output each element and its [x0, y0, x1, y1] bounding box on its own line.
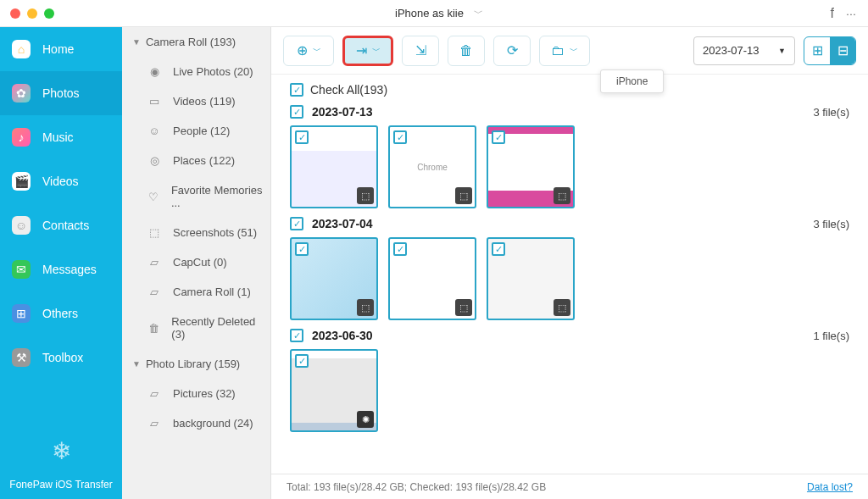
facebook-icon[interactable]: f: [831, 6, 834, 21]
nav-label: Others: [42, 307, 78, 320]
app-logo-icon: ❄: [0, 437, 122, 465]
thumb-checkbox[interactable]: ✓: [393, 130, 407, 144]
album-label: CapCut (0): [173, 256, 227, 269]
album-live-photos[interactable]: ◉Live Photos (20): [122, 57, 270, 86]
window-controls: [0, 8, 54, 19]
album-label: People (12): [173, 125, 230, 137]
album-group-camera-roll[interactable]: ▼Camera Roll (193): [122, 27, 270, 57]
album-people[interactable]: ☺People (12): [122, 116, 270, 146]
section-count: 1 file(s): [813, 330, 849, 342]
contacts-icon: ☺: [12, 216, 31, 235]
section-checkbox[interactable]: ✓: [290, 329, 303, 342]
export-to-device-button[interactable]: ⇥﹀: [342, 36, 393, 66]
close-window-button[interactable]: [10, 8, 20, 19]
nav-label: Toolbox: [42, 351, 83, 364]
thumb-checkbox[interactable]: ✓: [393, 242, 407, 256]
nav-label: Contacts: [42, 219, 89, 232]
date-selector[interactable]: 2023-07-13▼: [693, 36, 795, 65]
photo-thumbnail[interactable]: ✓⬚: [290, 237, 378, 320]
chevron-down-icon: ﹀: [474, 7, 483, 19]
section-count: 3 file(s): [813, 218, 849, 230]
thumb-checkbox[interactable]: ✓: [492, 242, 505, 256]
album-recently-deleted[interactable]: 🗑Recently Deleted (3): [122, 307, 270, 349]
album-capcut[interactable]: ▱CapCut (0): [122, 247, 270, 277]
album-label: Places (122): [173, 154, 235, 167]
feedback-icon[interactable]: ⸱⸱⸱: [846, 6, 856, 21]
photo-thumbnail[interactable]: ✓✺: [290, 349, 378, 432]
main-panel: ⊕﹀ ⇥﹀ ⇲ 🗑 ⟳ 🗀﹀ 2023-07-13▼ ⊞ ⊟ iPhone ✓ …: [271, 27, 868, 499]
music-icon: ♪: [12, 128, 31, 147]
album-favorite-memories[interactable]: ♡Favorite Memories ...: [122, 175, 270, 218]
messages-icon: ✉: [12, 260, 31, 279]
album-label: Screenshots (51): [173, 226, 257, 239]
nav-contacts[interactable]: ☺Contacts: [0, 203, 122, 247]
album-background[interactable]: ▱background (24): [122, 408, 270, 438]
album-screenshots[interactable]: ⬚Screenshots (51): [122, 218, 270, 247]
date-selector-value: 2023-07-13: [703, 44, 760, 57]
photo-thumbnail[interactable]: ✓⬚: [487, 237, 575, 320]
check-all-label: Check All(193): [310, 83, 387, 97]
export-to-pc-button[interactable]: ⇲: [402, 36, 439, 66]
album-label: Pictures (32): [173, 387, 236, 400]
nav-toolbox[interactable]: ⚒Toolbox: [0, 335, 122, 380]
screenshot-badge-icon: ⬚: [455, 187, 472, 204]
add-button[interactable]: ⊕﹀: [283, 36, 334, 66]
check-all-row[interactable]: ✓ Check All(193): [290, 83, 849, 97]
view-toggle: ⊞ ⊟: [804, 36, 856, 65]
photos-icon: ✿: [12, 84, 31, 103]
minimize-window-button[interactable]: [27, 8, 37, 19]
nav-messages[interactable]: ✉Messages: [0, 247, 122, 291]
photo-thumbnail[interactable]: ✓⬚: [487, 125, 575, 208]
section-date: 2023-07-13: [312, 105, 373, 119]
thumb-checkbox[interactable]: ✓: [295, 354, 309, 368]
device-selector[interactable]: iPhone as kiie ﹀: [385, 7, 483, 19]
delete-button[interactable]: 🗑: [448, 36, 485, 66]
section-date: 2023-06-30: [312, 329, 373, 342]
data-lost-link[interactable]: Data lost?: [807, 481, 853, 493]
view-grid-large-button[interactable]: ⊞: [804, 37, 830, 64]
nav-others[interactable]: ⊞Others: [0, 291, 122, 335]
nav-home[interactable]: ⌂Home: [0, 27, 122, 71]
album-videos[interactable]: ▭Videos (119): [122, 86, 270, 116]
live-photos-icon: ◉: [146, 65, 163, 78]
left-nav: ⌂Home ✿Photos ♪Music 🎬Videos ☺Contacts ✉…: [0, 27, 122, 499]
nav-photos[interactable]: ✿Photos: [0, 71, 122, 115]
nav-videos[interactable]: 🎬Videos: [0, 159, 122, 203]
maximize-window-button[interactable]: [44, 8, 54, 19]
export-tooltip: iPhone: [600, 69, 664, 93]
heart-icon: ♡: [146, 191, 161, 203]
photo-content: ✓ Check All(193) ✓ 2023-07-13 3 file(s) …: [271, 75, 868, 474]
triangle-down-icon: ▼: [132, 37, 141, 47]
photo-thumbnail[interactable]: ✓Chrome⬚: [388, 125, 476, 208]
section-checkbox[interactable]: ✓: [290, 105, 303, 119]
live-photo-badge-icon: ✺: [357, 411, 374, 428]
album-places[interactable]: ◎Places (122): [122, 146, 270, 175]
album-label: Favorite Memories ...: [171, 184, 264, 209]
check-all-checkbox[interactable]: ✓: [290, 83, 303, 97]
view-grid-small-button[interactable]: ⊟: [830, 37, 855, 64]
screenshot-icon: ⬚: [146, 226, 163, 239]
folder-button[interactable]: 🗀﹀: [539, 36, 590, 66]
photo-thumbnail[interactable]: ✓⬚: [290, 125, 378, 208]
group-name: Camera Roll (193): [146, 36, 236, 48]
nav-label: Videos: [42, 175, 79, 188]
screenshot-badge-icon: ⬚: [357, 187, 374, 204]
refresh-button[interactable]: ⟳: [493, 36, 531, 66]
toolbar: ⊕﹀ ⇥﹀ ⇲ 🗑 ⟳ 🗀﹀ 2023-07-13▼ ⊞ ⊟ iPhone: [271, 27, 868, 75]
album-pictures[interactable]: ▱Pictures (32): [122, 379, 270, 408]
screenshot-badge-icon: ⬚: [357, 299, 374, 316]
image-icon: ▱: [146, 256, 163, 269]
chevron-down-icon: ﹀: [570, 45, 578, 57]
album-label: Live Photos (20): [173, 65, 253, 78]
photo-thumbnail[interactable]: ✓⬚: [388, 237, 476, 320]
album-camera-roll[interactable]: ▱Camera Roll (1): [122, 277, 270, 307]
chevron-down-icon: ﹀: [313, 45, 321, 57]
section-header: ✓ 2023-06-30 1 file(s): [290, 329, 849, 342]
album-group-photo-library[interactable]: ▼Photo Library (159): [122, 349, 270, 379]
chevron-down-icon: ﹀: [372, 45, 381, 57]
thumb-checkbox[interactable]: ✓: [295, 130, 309, 144]
thumb-checkbox[interactable]: ✓: [492, 130, 505, 144]
nav-music[interactable]: ♪Music: [0, 115, 122, 159]
thumb-checkbox[interactable]: ✓: [295, 242, 309, 256]
section-checkbox[interactable]: ✓: [290, 217, 303, 230]
